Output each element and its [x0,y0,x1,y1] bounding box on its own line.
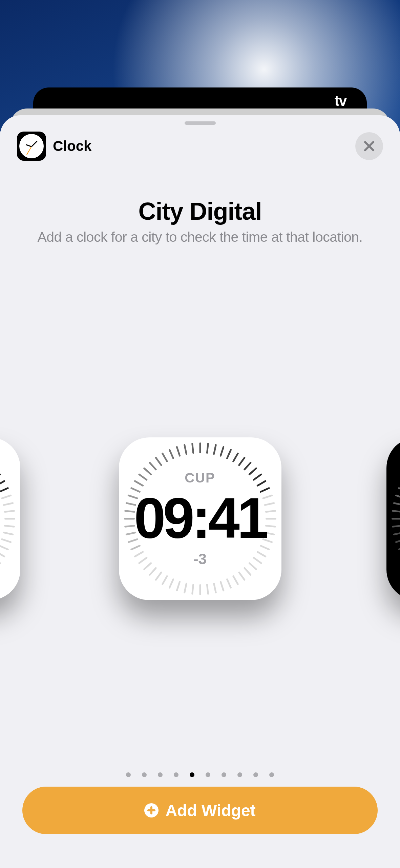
add-widget-button[interactable]: Add Widget [22,787,378,834]
widget-subtitle: Add a clock for a city to check the time… [0,229,400,245]
app-name-label: Clock [53,138,91,154]
widget-picker-sheet: Clock City Digital Add a clock for a cit… [0,115,400,868]
sheet-grabber[interactable] [185,121,216,125]
page-indicator[interactable] [0,772,400,777]
widget-carousel[interactable]: CUP 09:41 -3 [0,410,400,627]
add-widget-label: Add Widget [165,801,255,820]
utc-offset-label: -3 [193,551,207,568]
page-dot[interactable] [269,772,274,777]
widget-preview-content: CUP 09:41 -3 [119,437,281,600]
city-abbr-label: CUP [185,470,215,486]
page-dot[interactable] [237,772,242,777]
page-dot[interactable] [174,772,178,777]
clock-app-icon [17,132,46,161]
close-icon [363,140,375,152]
close-button[interactable] [355,132,383,160]
time-label: 09:41 [134,490,266,547]
page-dot[interactable] [126,772,131,777]
title-block: City Digital Add a clock for a city to c… [0,197,400,245]
plus-circle-icon [144,803,159,817]
analog-clock-icon [19,134,44,158]
sheet-header: Clock [17,131,383,161]
page-dot[interactable] [222,772,226,777]
widget-title: City Digital [0,197,400,225]
page-dot[interactable] [206,772,210,777]
page-dot[interactable] [142,772,147,777]
apple-tv-logo: tv [333,93,346,109]
page-dot[interactable] [253,772,258,777]
widget-preview-next[interactable] [386,437,400,600]
page-dot[interactable] [158,772,163,777]
widget-preview-prev[interactable] [0,437,20,600]
page-dot[interactable] [190,772,194,777]
app-chip: Clock [17,132,91,161]
widget-preview-current[interactable]: CUP 09:41 -3 [119,437,281,600]
